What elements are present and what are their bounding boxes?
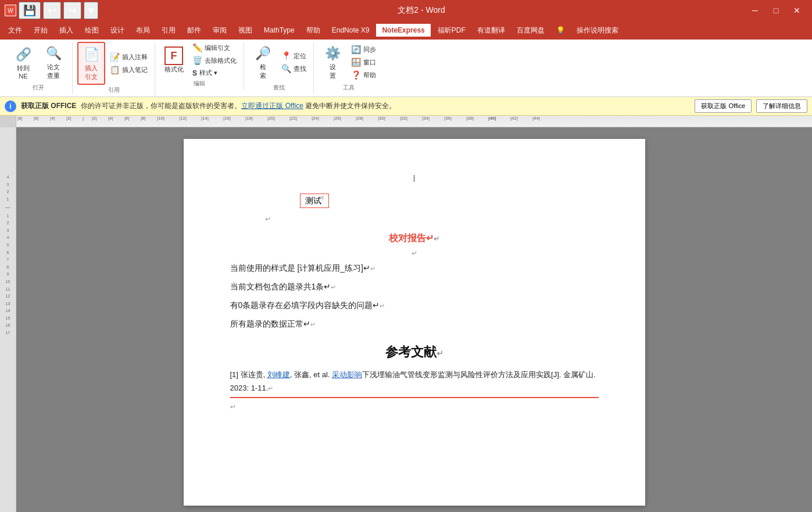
document-page: 测试¶ ↵ 校对报告↵↵ ↵ 当前使用的样式是 [计算机应用_练习]↵↵ 当前文…: [184, 139, 645, 506]
edit-group-label: 编辑: [194, 78, 205, 88]
window-controls: ─ □ ✕: [745, 0, 807, 21]
citation-group-label: 引用: [108, 85, 120, 94]
save-button[interactable]: 💾: [19, 2, 41, 19]
menu-layout[interactable]: 布局: [130, 23, 156, 38]
minimize-button[interactable]: ─: [745, 0, 766, 21]
menu-search[interactable]: 操作说明搜索: [571, 23, 624, 38]
ribbon-group-open: 🔗 转到 NE 🔍 论文 查重 打开: [5, 42, 73, 94]
menu-lightbulb[interactable]: 💡: [550, 24, 571, 37]
doc-title-box: 测试¶: [300, 194, 330, 208]
info-icon: i: [5, 101, 16, 112]
settings-icon: ⚙️: [323, 44, 342, 63]
edit-citation-button[interactable]: ✏️ 编辑引文: [190, 42, 239, 53]
menu-help[interactable]: 帮助: [301, 23, 326, 38]
search-buttons: 🔎 检 索 📍 定位 🔍 查找: [249, 42, 309, 83]
search-icon: 🔎: [253, 44, 272, 63]
format-button[interactable]: F 格式化: [160, 44, 188, 76]
doc-para-4: 所有题录的数据正常↵↵: [230, 316, 599, 332]
open-buttons: 🔗 转到 NE 🔍 论文 查重: [9, 42, 67, 83]
sync-icon: 🔄: [351, 45, 361, 54]
menu-mail[interactable]: 邮件: [181, 23, 207, 38]
insert-citation-button[interactable]: 📄 插入 引文: [77, 42, 105, 85]
ref-red-underline: [230, 397, 599, 398]
edit-buttons: F 格式化 ✏️ 编辑引文 🗑️ 去除格式化 S 样式 ▾: [160, 42, 239, 78]
more-button[interactable]: ▾: [84, 2, 98, 19]
doc-para-1: 当前使用的样式是 [计算机应用_练习]↵↵: [230, 260, 599, 276]
find-icon: 🔍: [281, 64, 291, 73]
horizontal-ruler: |8| |6| |4| |2| | |2| |4| |6| |8| |10| |…: [0, 116, 812, 127]
menu-baidu[interactable]: 百度网盘: [511, 23, 550, 38]
window-button[interactable]: 🪟 窗口: [349, 56, 378, 68]
note-icon: 📋: [110, 65, 120, 74]
format-icon: F: [164, 46, 183, 65]
heading-text: 校对报告↵: [389, 233, 434, 243]
document-area[interactable]: 测试¶ ↵ 校对报告↵↵ ↵ 当前使用的样式是 [计算机应用_练习]↵↵ 当前文…: [16, 127, 812, 512]
locate-find-buttons: 📍 定位 🔍 查找: [279, 50, 309, 74]
insert-annotation-button[interactable]: 📝 插入注释: [108, 51, 150, 63]
find-button[interactable]: 🔍 查找: [279, 63, 309, 74]
remove-format-button[interactable]: 🗑️ 去除格式化: [190, 55, 239, 66]
settings-button[interactable]: ⚙️ 设 置: [319, 42, 346, 83]
menu-draw[interactable]: 绘图: [79, 23, 105, 38]
word-icon: W: [5, 5, 16, 16]
menu-start[interactable]: 开始: [28, 23, 53, 38]
maximize-button[interactable]: □: [766, 0, 786, 21]
tools-buttons: ⚙️ 设 置 🔄 同步 🪟 窗口 ❓ 帮助: [319, 42, 378, 83]
search-group-label: 查找: [273, 83, 285, 92]
menu-reference[interactable]: 引用: [156, 23, 181, 38]
ribbon-group-search: 🔎 检 索 📍 定位 🔍 查找 查找: [244, 42, 314, 94]
menu-endnote[interactable]: EndNote X9: [326, 24, 375, 37]
sync-button[interactable]: 🔄 同步: [349, 44, 378, 55]
menu-review[interactable]: 审阅: [207, 23, 232, 38]
ruler-marks: |8| |6| |4| |2| | |2| |4| |6| |8| |10| |…: [16, 116, 812, 127]
style-button[interactable]: S 样式 ▾: [190, 67, 239, 78]
doc-title-text: 测试: [305, 196, 321, 205]
ruler-corner: [0, 116, 16, 127]
info-bar: i 获取正版 OFFICE 你的许可证并非正版，你可能是盗版软件的受害者。立即通…: [0, 97, 812, 116]
search-button[interactable]: 🔎 检 索: [249, 42, 277, 83]
info-label: 获取正版 OFFICE: [21, 101, 76, 111]
help-icon: ❓: [351, 70, 361, 80]
goto-ne-button[interactable]: 🔗 转到 NE: [9, 43, 37, 82]
return-mark-2: ↵: [230, 249, 599, 257]
insert-citation-icon: 📄: [82, 45, 101, 64]
style-icon: S: [192, 69, 197, 77]
menu-view[interactable]: 视图: [232, 23, 258, 38]
locate-icon: 📍: [281, 51, 291, 60]
doc-para-3: 有0条题录存在必填字段内容缺失的问题↵↵: [230, 297, 599, 313]
menu-design[interactable]: 设计: [105, 23, 130, 38]
menu-noteexpress[interactable]: NoteExpress: [375, 23, 431, 38]
window-icon: 🪟: [351, 58, 361, 67]
edit-sub-buttons: ✏️ 编辑引文 🗑️ 去除格式化 S 样式 ▾: [190, 42, 239, 78]
info-link[interactable]: 立即通过正版 Office: [241, 102, 303, 110]
section-title: 参考文献↵: [230, 343, 599, 361]
paper-check-icon: 🔍: [44, 44, 63, 63]
menu-file[interactable]: 文件: [2, 23, 28, 38]
citation-buttons: 📄 插入 引文 📝 插入注释 📋 插入笔记: [77, 42, 150, 85]
locate-button[interactable]: 📍 定位: [279, 50, 309, 62]
learn-more-button[interactable]: 了解详细信息: [756, 99, 807, 113]
help-tool-button[interactable]: ❓ 帮助: [349, 69, 378, 81]
get-office-button[interactable]: 获取正版 Office: [695, 99, 752, 113]
redo-button[interactable]: ↪: [63, 2, 81, 19]
menu-youdao[interactable]: 有道翻译: [471, 23, 511, 38]
close-button[interactable]: ✕: [786, 0, 807, 21]
goto-ne-icon: 🔗: [14, 45, 33, 64]
main-area: 4 3 2 1 — 1 2 3 4 5 6 7 8 9 10 11 12 13 …: [0, 127, 812, 512]
open-group-label: 打开: [33, 83, 44, 92]
doc-heading: 校对报告↵↵: [230, 232, 599, 245]
vertical-ruler: 4 3 2 1 — 1 2 3 4 5 6 7 8 9 10 11 12 13 …: [0, 127, 16, 512]
doc-ref-1: [1] 张连贵, 刘峰建, 张鑫, et al. 采动影响下浅埋输油气管线变形监…: [230, 368, 599, 395]
final-return: ↵: [230, 403, 599, 411]
info-text: 你的许可证并非正版，你可能是盗版软件的受害者。立即通过正版 Office 避免中…: [81, 101, 690, 111]
menu-mathtype[interactable]: MathType: [258, 24, 301, 37]
menu-insert[interactable]: 插入: [53, 23, 79, 38]
doc-para-2: 当前文档包含的题录共1条↵↵: [230, 278, 599, 295]
return-mark-1: ↵: [230, 215, 599, 223]
remove-format-icon: 🗑️: [192, 56, 202, 65]
menu-foxitpdf[interactable]: 福昕PDF: [432, 23, 471, 38]
ribbon-group-tools: ⚙️ 设 置 🔄 同步 🪟 窗口 ❓ 帮助 工具: [314, 42, 383, 94]
insert-note-button[interactable]: 📋 插入笔记: [108, 64, 150, 76]
paper-check-button[interactable]: 🔍 论文 查重: [40, 42, 67, 83]
undo-button[interactable]: ↩: [43, 2, 61, 19]
